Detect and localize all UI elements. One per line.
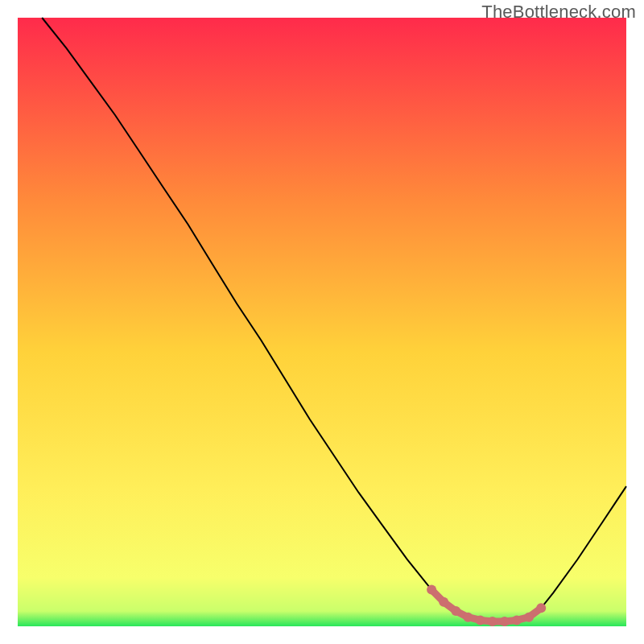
- marker-dot: [451, 606, 460, 616]
- marker-dot: [536, 603, 546, 613]
- marker-dot: [427, 585, 436, 595]
- marker-dot: [488, 617, 497, 626]
- chart-container: TheBottleneck.com: [0, 0, 644, 644]
- marker-dot: [512, 615, 522, 625]
- watermark-label: TheBottleneck.com: [481, 2, 636, 23]
- plot-background: [18, 18, 626, 626]
- marker-dot: [524, 613, 534, 622]
- marker-dot: [463, 613, 473, 622]
- marker-dot: [439, 597, 448, 607]
- bottleneck-chart: [0, 0, 644, 644]
- marker-dot: [500, 617, 510, 626]
- marker-dot: [476, 615, 485, 625]
